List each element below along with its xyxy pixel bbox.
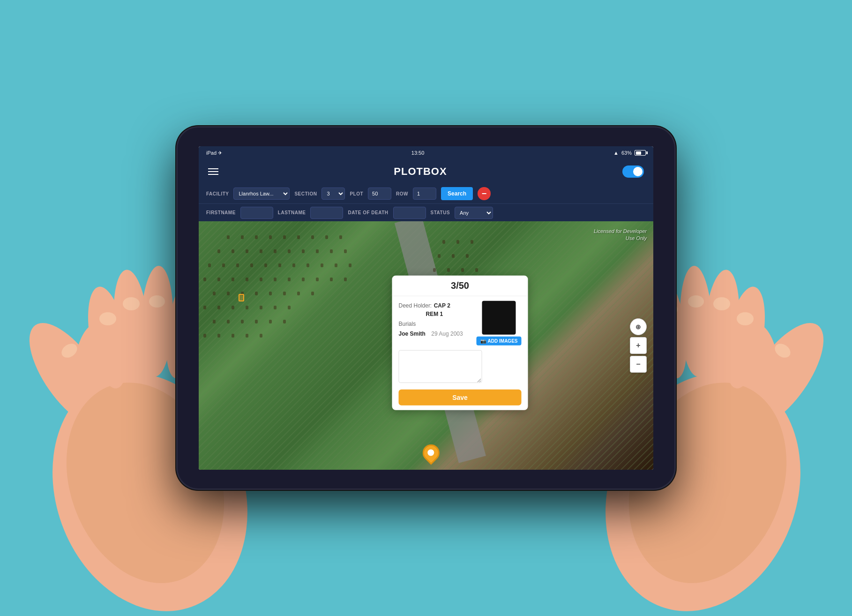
minus-button[interactable]: − bbox=[478, 187, 491, 200]
ipad-device: iPad ✈ 13:50 ▲ 63% PLOTBOX FACILITY bbox=[178, 128, 674, 488]
save-button[interactable]: Save bbox=[399, 390, 522, 406]
zoom-out-button[interactable]: − bbox=[630, 356, 647, 373]
search-bar-1: FACILITY Llanrhos Law... SECTION 3 PLOT … bbox=[199, 184, 653, 203]
plot-input[interactable] bbox=[368, 188, 391, 200]
popup-title: 3/50 bbox=[392, 276, 528, 296]
firstname-label: FIRSTNAME bbox=[206, 210, 236, 215]
lastname-input[interactable] bbox=[310, 207, 343, 219]
camera-icon: 📷 bbox=[480, 338, 486, 344]
svg-point-4 bbox=[81, 284, 134, 391]
app-logo: PLOTBOX bbox=[394, 165, 447, 178]
burial-date: 29 Aug 2003 bbox=[431, 331, 463, 337]
svg-point-23 bbox=[688, 295, 704, 308]
status-bar: iPad ✈ 13:50 ▲ 63% bbox=[199, 146, 653, 159]
search-bar-2: FIRSTNAME LASTNAME DATE OF DEATH STATUS … bbox=[199, 203, 653, 221]
nav-bar: PLOTBOX bbox=[199, 159, 653, 184]
status-device: iPad ✈ bbox=[206, 150, 222, 156]
svg-point-16 bbox=[99, 312, 116, 325]
toggle-switch[interactable] bbox=[622, 165, 644, 178]
location-pin bbox=[423, 444, 440, 461]
compass-button[interactable]: ⊕ bbox=[630, 318, 647, 335]
section-label: SECTION bbox=[294, 191, 317, 196]
popup-notes-textarea[interactable] bbox=[399, 350, 482, 383]
svg-point-10 bbox=[726, 310, 838, 440]
status-select[interactable]: Any Available Reserved Occupied bbox=[455, 207, 493, 219]
hamburger-menu[interactable] bbox=[208, 168, 218, 175]
watermark-line2: Use Only bbox=[594, 235, 647, 242]
row-label: ROW bbox=[396, 191, 408, 196]
popup-info: Deed Holder: CAP 2 REM 1 Burials Joe Smi… bbox=[399, 301, 472, 346]
svg-point-14 bbox=[678, 265, 714, 377]
popup-thumb-section: 📷 ADD IMAGES bbox=[477, 301, 522, 346]
popup-thumbnail bbox=[482, 301, 516, 335]
row-input[interactable] bbox=[413, 188, 436, 200]
watermark-line1: Licensed for Developer bbox=[594, 228, 647, 235]
ipad-screen: iPad ✈ 13:50 ▲ 63% PLOTBOX FACILITY bbox=[199, 146, 653, 470]
svg-point-25 bbox=[772, 341, 793, 361]
burial-row: Joe Smith 29 Aug 2003 bbox=[399, 329, 472, 338]
popup-card: 3/50 Deed Holder: CAP 2 REM 1 Burials Jo… bbox=[392, 276, 528, 410]
status-right-group: ▲ 63% bbox=[613, 150, 646, 156]
svg-point-1 bbox=[57, 311, 187, 514]
zoom-in-button[interactable]: + bbox=[630, 337, 647, 354]
svg-point-17 bbox=[123, 297, 140, 310]
dod-label: DATE OF DEATH bbox=[348, 210, 388, 215]
svg-point-22 bbox=[713, 297, 730, 310]
svg-point-5 bbox=[110, 268, 153, 378]
search-button[interactable]: Search bbox=[441, 187, 473, 200]
lastname-label: LASTNAME bbox=[278, 210, 306, 215]
popup-body: Deed Holder: CAP 2 REM 1 Burials Joe Smi… bbox=[392, 296, 528, 350]
svg-point-18 bbox=[149, 295, 165, 308]
svg-point-6 bbox=[139, 265, 175, 377]
svg-point-13 bbox=[700, 268, 743, 378]
map-watermark: Licensed for Developer Use Only bbox=[594, 228, 647, 242]
battery-icon bbox=[635, 150, 646, 156]
svg-point-9 bbox=[666, 311, 796, 514]
deed-holder-value-2: REM 1 bbox=[399, 311, 443, 317]
deed-holder-label: Deed Holder: bbox=[399, 302, 432, 309]
svg-point-12 bbox=[718, 284, 771, 391]
dod-input[interactable] bbox=[393, 207, 426, 219]
signal-icon: ▲ bbox=[613, 150, 619, 156]
facility-select[interactable]: Llanrhos Law... bbox=[233, 188, 290, 200]
map-controls: ⊕ + − bbox=[630, 318, 647, 373]
plot-label: PLOT bbox=[350, 191, 363, 196]
compass-icon: ⊕ bbox=[635, 323, 641, 331]
status-time: 13:50 bbox=[411, 150, 425, 156]
logo-plot: PLOT bbox=[394, 165, 423, 177]
map-area[interactable]: Licensed for Developer Use Only 3/50 Dee… bbox=[199, 221, 653, 470]
logo-box: BOX bbox=[423, 165, 447, 177]
firstname-input[interactable] bbox=[240, 207, 273, 219]
deed-holder-value-1: CAP 2 bbox=[434, 302, 450, 309]
burials-label: Burials bbox=[399, 321, 472, 327]
burial-name: Joe Smith bbox=[399, 331, 426, 337]
facility-label: FACILITY bbox=[206, 191, 229, 196]
section-select[interactable]: 3 bbox=[321, 188, 345, 200]
svg-point-21 bbox=[737, 312, 754, 325]
svg-point-20 bbox=[59, 341, 80, 361]
status-label: STATUS bbox=[431, 210, 450, 215]
battery-percent: 63% bbox=[621, 150, 632, 156]
svg-point-2 bbox=[14, 310, 126, 440]
add-images-button[interactable]: 📷 ADD IMAGES bbox=[477, 337, 522, 346]
deed-holder-row: Deed Holder: CAP 2 REM 1 bbox=[399, 301, 472, 318]
